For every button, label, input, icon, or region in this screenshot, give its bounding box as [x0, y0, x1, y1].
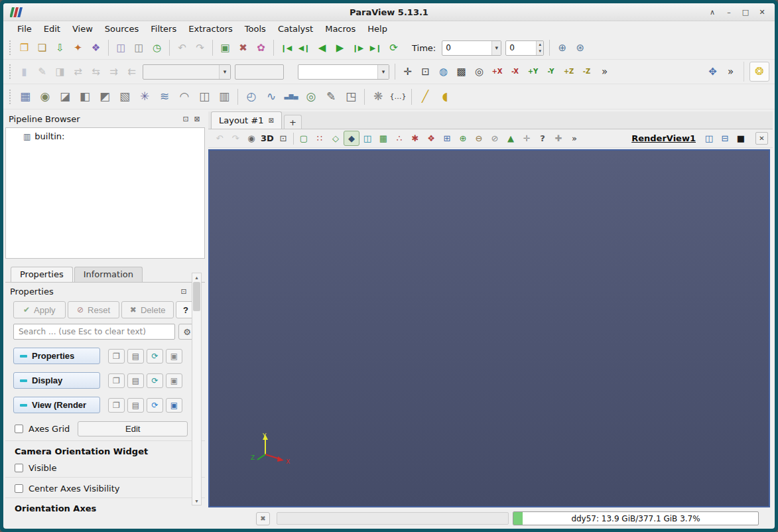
glyph-filter-icon[interactable]: ✳: [135, 87, 155, 107]
restore-defaults-icon[interactable]: ⟳: [147, 349, 163, 364]
set-view-minus-z-button[interactable]: -Z: [578, 63, 596, 81]
menu-file[interactable]: File: [11, 23, 38, 35]
save-display-defaults-icon[interactable]: ▣: [166, 373, 182, 388]
color-by-array-combo[interactable]: ▾: [143, 64, 231, 80]
edit-color-map-icon[interactable]: ✎: [33, 63, 51, 81]
titlebar[interactable]: ParaView 5.13.1 ∧–□✕: [3, 3, 775, 21]
rescale-temporal-icon[interactable]: ⇉: [105, 63, 123, 81]
close-panel-icon[interactable]: ⊠: [192, 114, 202, 123]
slice-icon[interactable]: ◧: [75, 87, 95, 107]
extract-subset-icon[interactable]: ▧: [115, 87, 135, 107]
calculator-icon[interactable]: ▦: [15, 87, 35, 107]
select-block-icon[interactable]: ◫: [359, 131, 375, 146]
warp-by-vector-icon[interactable]: ◠: [174, 87, 194, 107]
capture-view-icon[interactable]: ◉: [243, 131, 259, 146]
reset-camera-icon[interactable]: ✛: [399, 63, 417, 81]
zoom-to-data-view-icon[interactable]: ⊡: [417, 63, 434, 81]
select-points-rect-icon[interactable]: ∷: [312, 131, 328, 146]
representation-combo[interactable]: ▾: [298, 64, 389, 80]
rescale-custom-range-icon[interactable]: ⇆: [87, 63, 105, 81]
camera-undo-icon[interactable]: ↶: [212, 131, 227, 146]
selection-help-icon[interactable]: ?: [535, 131, 551, 146]
split-vertical-icon[interactable]: ⊟: [718, 131, 732, 145]
paste-display-icon[interactable]: ▤: [127, 373, 144, 388]
color-palette-icon[interactable]: ✿: [252, 39, 270, 57]
paste-view-icon[interactable]: ▤: [127, 398, 144, 413]
frame-spinbox[interactable]: ▴ ▾: [505, 40, 544, 56]
close-window-button[interactable]: ✕: [756, 6, 768, 18]
camera-redo-icon[interactable]: ↷: [227, 131, 243, 146]
copy-display-icon[interactable]: ❐: [108, 373, 125, 388]
menu-help[interactable]: Help: [361, 23, 393, 35]
interactive-select-cells-icon[interactable]: ∴: [391, 131, 407, 146]
hover-points-icon[interactable]: ❖: [423, 131, 439, 146]
zoom-to-box-icon[interactable]: ▩: [452, 63, 470, 81]
menu-extractors[interactable]: Extractors: [182, 23, 239, 35]
select-points-polygon-icon[interactable]: ◆: [344, 131, 359, 146]
plot-selection-icon[interactable]: ✎: [321, 87, 341, 107]
adjust-camera-icon[interactable]: ✥: [704, 63, 722, 81]
select-frustum-cells-icon[interactable]: ▦: [375, 131, 391, 146]
save-state-icon[interactable]: ❏: [33, 39, 51, 57]
paste-properties-icon[interactable]: ▤: [127, 349, 144, 364]
render-view-name[interactable]: RenderView1: [631, 133, 696, 143]
restore-display-defaults-icon[interactable]: ⟳: [147, 373, 163, 388]
save-view-defaults-icon[interactable]: ▣: [166, 398, 182, 413]
abort-progress-button[interactable]: ✖: [256, 512, 270, 525]
clip-icon[interactable]: ◪: [55, 87, 75, 107]
catalyst-export-icon[interactable]: ◫: [130, 39, 148, 57]
time-value-input[interactable]: [442, 43, 491, 52]
section-view-button[interactable]: View (Render: [13, 397, 100, 413]
hover-cells-icon[interactable]: ⊞: [439, 131, 455, 146]
menu-view[interactable]: View: [66, 23, 99, 35]
tab-properties[interactable]: Properties: [11, 267, 73, 282]
search-input[interactable]: [13, 324, 175, 340]
frame-input[interactable]: [506, 41, 536, 55]
last-frame-button[interactable]: ▶❙: [367, 39, 385, 57]
chevron-down-icon[interactable]: ▾: [491, 41, 501, 55]
reset-camera-closest-icon[interactable]: ◎: [470, 63, 488, 81]
grow-selection-icon[interactable]: ⊕: [455, 131, 471, 146]
save-animation-icon[interactable]: ❖: [87, 39, 105, 57]
apply-button[interactable]: ✔ Apply: [13, 301, 66, 318]
stream-tracer-icon[interactable]: ≋: [155, 87, 174, 107]
layout-tab[interactable]: Layout #1 ⊠: [211, 111, 282, 129]
shade-window-button[interactable]: ∧: [706, 6, 718, 18]
menu-catalyst[interactable]: Catalyst: [272, 23, 319, 35]
timer-log-icon[interactable]: ◷: [148, 39, 166, 57]
maximize-view-icon[interactable]: ■: [734, 131, 748, 145]
visible-checkbox[interactable]: [15, 464, 23, 472]
loop-button[interactable]: ⟳: [385, 39, 403, 57]
scroll-down-icon[interactable]: ▾: [192, 497, 201, 505]
restore-view-defaults-icon[interactable]: ⟳: [147, 398, 163, 413]
menu-sources[interactable]: Sources: [99, 23, 145, 35]
open-file-icon[interactable]: ❐: [15, 39, 33, 57]
render-overflow-chevron[interactable]: »: [566, 131, 582, 146]
clear-selection-icon[interactable]: ⊘: [487, 131, 503, 146]
menu-macros[interactable]: Macros: [319, 23, 361, 35]
copy-properties-icon[interactable]: ❐: [108, 349, 125, 364]
save-data-icon[interactable]: ⇩: [51, 39, 69, 57]
time-value-combo[interactable]: ▾: [442, 40, 501, 56]
extract-time-icon[interactable]: ◴: [241, 87, 261, 107]
interactive-select-points-icon[interactable]: ✱: [407, 131, 423, 146]
threshold-icon[interactable]: ◩: [95, 87, 115, 107]
scroll-up-icon[interactable]: ▴: [192, 273, 201, 281]
set-view-plus-x-button[interactable]: +X: [488, 63, 506, 81]
section-display-button[interactable]: Display: [13, 372, 100, 389]
delete-button[interactable]: ✖ Delete: [121, 301, 174, 318]
shrink-selection-icon[interactable]: ⊖: [471, 131, 487, 146]
light-kit-icon[interactable]: ❂: [749, 62, 769, 82]
set-view-minus-x-button[interactable]: -X: [506, 63, 524, 81]
toggle-color-legend-icon[interactable]: ▮: [15, 63, 33, 81]
tooltip-selection-icon[interactable]: ▲: [503, 131, 519, 146]
temporal-interpolator-icon[interactable]: ❋: [368, 87, 388, 107]
menu-edit[interactable]: Edit: [38, 23, 66, 35]
previous-frame-button[interactable]: ◀❙: [295, 39, 313, 57]
extract-group-icon[interactable]: ▥: [214, 87, 234, 107]
orientation-axes-widget[interactable]: Y X Z: [249, 431, 293, 468]
set-view-plus-z-button[interactable]: +Z: [560, 63, 578, 81]
play-button[interactable]: ▶: [331, 39, 349, 57]
set-view-plus-y-button[interactable]: +Y: [524, 63, 542, 81]
histogram-icon[interactable]: ▃▆▄: [281, 87, 301, 107]
